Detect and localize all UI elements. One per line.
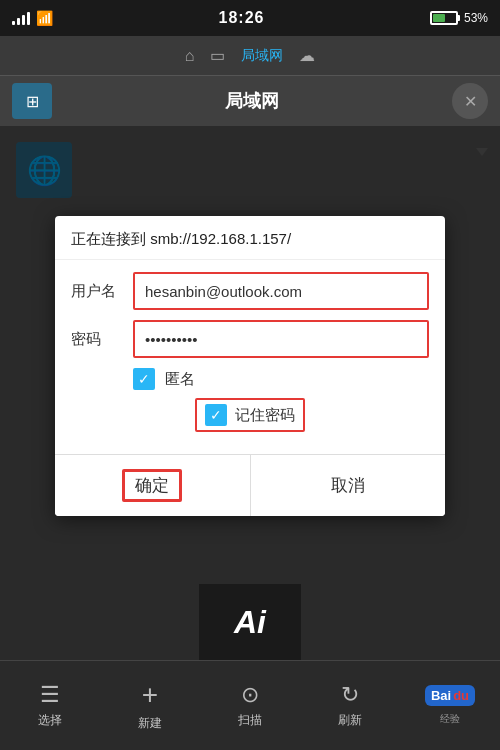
anonymous-label: 匿名 (165, 370, 195, 389)
password-label: 密码 (71, 330, 123, 349)
cloud-icon: ☁ (299, 46, 315, 65)
title-bar: ⊞ 局域网 ✕ (0, 76, 500, 126)
page-title: 局域网 (225, 89, 279, 113)
anonymous-checkbox[interactable]: ✓ (133, 368, 155, 390)
username-row: 用户名 (71, 272, 429, 310)
new-label: 新建 (138, 715, 162, 732)
wifi-icon: 📶 (36, 10, 53, 26)
dialog-overlay: 正在连接到 smb://192.168.1.157/ 用户名 密码 ✓ (0, 126, 500, 606)
confirm-box: 确定 (122, 469, 182, 502)
baidu-sublabel: 经验 (440, 712, 460, 726)
dialog-title: 正在连接到 smb://192.168.1.157/ (55, 216, 445, 260)
status-bar: 📶 18:26 53% (0, 0, 500, 36)
status-time: 18:26 (219, 9, 265, 27)
remember-label: 记住密码 (235, 406, 295, 425)
main-content: 🌐 正在连接到 smb://192.168.1.157/ 用户名 密码 (0, 126, 500, 606)
nav-icons: ⌂ ▭ 局域网 ☁ (185, 46, 316, 65)
login-dialog: 正在连接到 smb://192.168.1.157/ 用户名 密码 ✓ (55, 216, 445, 516)
signal-bar-1 (12, 21, 15, 25)
cancel-label: 取消 (331, 476, 365, 495)
watermark-text: Ai (234, 604, 266, 641)
dialog-body: 用户名 密码 ✓ 匿名 ✓ 记住密码 (55, 260, 445, 454)
baidu-text: Bai (431, 688, 451, 703)
title-bar-left-icon[interactable]: ⊞ (12, 83, 52, 119)
select-icon: ☰ (40, 682, 60, 708)
status-left: 📶 (12, 10, 53, 26)
username-input[interactable] (133, 272, 429, 310)
status-right: 53% (430, 11, 488, 25)
tab-icon[interactable]: ▭ (210, 46, 225, 65)
home-icon[interactable]: ⌂ (185, 47, 195, 65)
signal-bar-4 (27, 12, 30, 25)
new-icon: + (142, 679, 158, 711)
nav-bar: ⌂ ▭ 局域网 ☁ (0, 36, 500, 76)
scan-label: 扫描 (238, 712, 262, 729)
password-input[interactable] (133, 320, 429, 358)
remember-password-row[interactable]: ✓ 记住密码 (195, 398, 305, 432)
tab-new[interactable]: + 新建 (100, 679, 200, 732)
network-label: 局域网 (241, 47, 283, 65)
cancel-button[interactable]: 取消 (251, 455, 446, 516)
refresh-label: 刷新 (338, 712, 362, 729)
confirm-label: 确定 (135, 476, 169, 495)
signal-bars (12, 11, 30, 25)
tab-select[interactable]: ☰ 选择 (0, 682, 100, 729)
tab-refresh[interactable]: ↻ 刷新 (300, 682, 400, 729)
anonymous-row: ✓ 匿名 (133, 368, 429, 390)
battery-percent: 53% (464, 11, 488, 25)
close-icon: ✕ (464, 92, 477, 111)
battery-icon (430, 11, 458, 25)
anonymous-container: ✓ 匿名 ✓ 记住密码 (133, 368, 429, 442)
grid-icon: ⊞ (26, 92, 39, 111)
signal-bar-2 (17, 18, 20, 25)
signal-bar-3 (22, 15, 25, 25)
dialog-buttons: 确定 取消 (55, 454, 445, 516)
tab-scan[interactable]: ⊙ 扫描 (200, 682, 300, 729)
refresh-icon: ↻ (341, 682, 359, 708)
scan-icon: ⊙ (241, 682, 259, 708)
remember-checkbox[interactable]: ✓ (205, 404, 227, 426)
tab-bar: ☰ 选择 + 新建 ⊙ 扫描 ↻ 刷新 Bai du 经验 (0, 660, 500, 750)
confirm-button[interactable]: 确定 (55, 455, 251, 516)
password-row: 密码 (71, 320, 429, 358)
tab-baidu[interactable]: Bai du 经验 (400, 685, 500, 726)
baidu-du: du (453, 688, 469, 703)
close-button[interactable]: ✕ (452, 83, 488, 119)
baidu-logo: Bai du (425, 685, 475, 706)
username-label: 用户名 (71, 282, 123, 301)
battery-fill (433, 14, 445, 22)
select-label: 选择 (38, 712, 62, 729)
ai-watermark: Ai (199, 584, 301, 660)
